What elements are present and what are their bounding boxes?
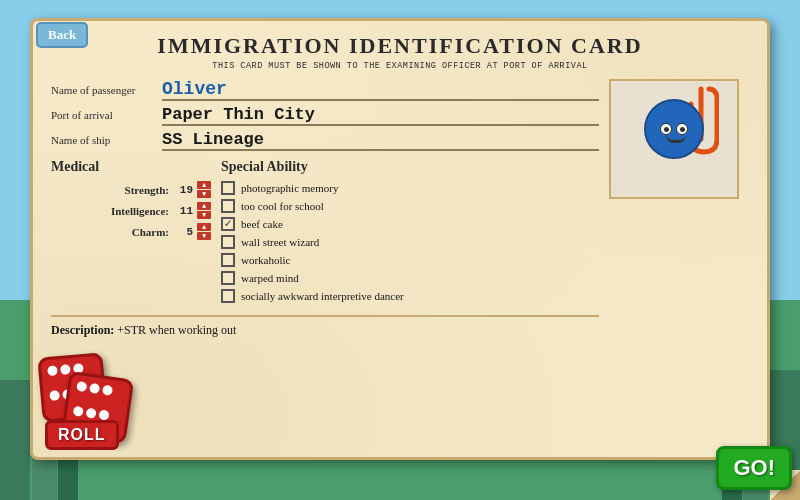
ship-value: SS Lineage [162,130,264,149]
ability-checkbox[interactable] [221,253,235,267]
description-label: Description: [51,323,114,337]
ability-checkbox[interactable] [221,235,235,249]
medical-section: Medical Strength: 19 ▲ ▼ Intelligence: 1… [51,159,211,307]
ability-checkbox[interactable] [221,199,235,213]
dot [60,364,71,375]
intelligence-row: Intelligence: 11 ▲ ▼ [51,202,211,219]
charm-value: 5 [173,226,193,238]
character-photo [609,79,739,199]
character-eye-left [660,123,672,135]
ship-field: Name of ship SS Lineage [51,130,599,151]
ship-label: Name of ship [51,134,156,146]
medical-title: Medical [51,159,211,175]
ability-checkbox[interactable]: ✓ [221,217,235,231]
dot [86,408,97,419]
charm-up[interactable]: ▲ [197,223,211,231]
strength-arrows[interactable]: ▲ ▼ [197,181,211,198]
ability-label: photographic memory [241,182,338,194]
passenger-field: Name of passenger Oliver [51,79,599,101]
ability-item[interactable]: workaholic [221,253,599,267]
roll-button[interactable]: ROLL [45,420,119,450]
passenger-label: Name of passenger [51,84,156,96]
dot [89,383,100,394]
ability-label: socially awkward interpretive dancer [241,290,404,302]
ability-label: beef cake [241,218,283,230]
card-subtitle: THIS CARD MUST BE SHOWN TO THE EXAMINING… [51,61,749,71]
intelligence-value: 11 [173,205,193,217]
ability-item[interactable]: socially awkward interpretive dancer [221,289,599,303]
special-section: Special Ability photographic memorytoo c… [221,159,599,307]
intelligence-label: Intelligence: [111,205,169,217]
roll-area: ROLL [40,355,130,445]
back-button[interactable]: Back [36,22,88,48]
charm-row: Charm: 5 ▲ ▼ [51,223,211,240]
character-mouth [666,135,686,143]
ability-item[interactable]: warped mind [221,271,599,285]
character-head [644,99,704,159]
dot [73,406,84,417]
abilities-list: photographic memorytoo cool for school✓b… [221,181,599,303]
ability-item[interactable]: ✓beef cake [221,217,599,231]
port-value: Paper Thin City [162,105,315,124]
dot [98,409,109,420]
card-title: IMMIGRATION IDENTIFICATION CARD [51,33,749,59]
intelligence-up[interactable]: ▲ [197,202,211,210]
ability-item[interactable]: too cool for school [221,199,599,213]
ability-label: workaholic [241,254,290,266]
intelligence-arrows[interactable]: ▲ ▼ [197,202,211,219]
ability-checkbox[interactable] [221,181,235,195]
immigration-card: IMMIGRATION IDENTIFICATION CARD THIS CAR… [30,18,770,460]
passenger-value: Oliver [162,79,227,99]
character-eye-right [676,123,688,135]
photo-area [609,79,749,338]
description-bar: Description: +STR when working out [51,315,599,338]
pupil-right [680,127,685,132]
character-illustration [634,89,714,189]
intelligence-down[interactable]: ▼ [197,211,211,219]
strength-up[interactable]: ▲ [197,181,211,189]
go-button[interactable]: GO! [716,446,792,490]
dot [47,365,58,376]
ability-label: wall street wizard [241,236,319,248]
port-field: Port of arrival Paper Thin City [51,105,599,126]
strength-value: 19 [173,184,193,196]
charm-down[interactable]: ▼ [197,232,211,240]
dice-container: ROLL [40,355,130,445]
checkmark-icon: ✓ [224,218,231,230]
strength-down[interactable]: ▼ [197,190,211,198]
port-label: Port of arrival [51,109,156,121]
ability-item[interactable]: wall street wizard [221,235,599,249]
strength-row: Strength: 19 ▲ ▼ [51,181,211,198]
strength-label: Strength: [125,184,169,196]
ability-label: warped mind [241,272,299,284]
dot [49,390,60,401]
dot [76,381,87,392]
dot [102,385,113,396]
ability-checkbox[interactable] [221,289,235,303]
pupil-left [664,127,669,132]
charm-label: Charm: [132,226,169,238]
ability-checkbox[interactable] [221,271,235,285]
special-title: Special Ability [221,159,599,175]
description-value: +STR when working out [117,323,236,337]
ability-label: too cool for school [241,200,324,212]
ability-item[interactable]: photographic memory [221,181,599,195]
charm-arrows[interactable]: ▲ ▼ [197,223,211,240]
